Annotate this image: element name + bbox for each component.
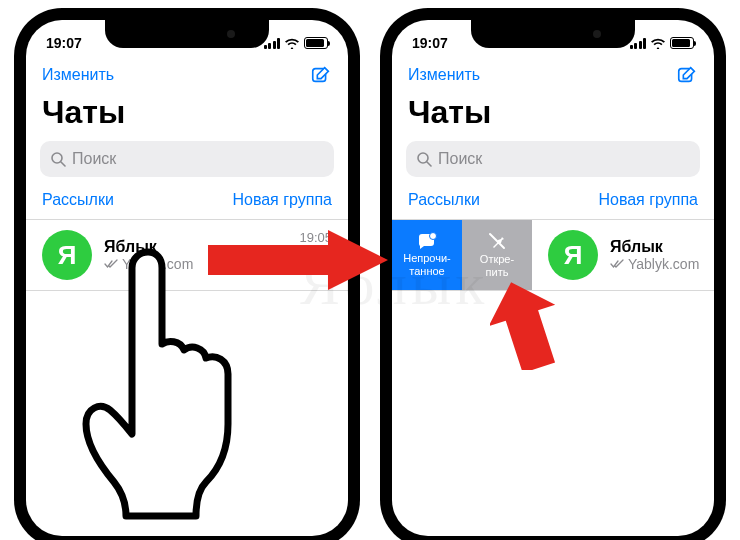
- chat-text: Яблык Yablyk.com: [610, 238, 714, 272]
- page-title: Чаты: [26, 88, 348, 141]
- svg-line-7: [490, 234, 504, 248]
- search-icon: [50, 151, 66, 167]
- notch: [105, 20, 269, 48]
- broadcasts-link[interactable]: Рассылки: [408, 191, 480, 209]
- chat-unread-icon: [416, 232, 438, 250]
- nav-bar: Изменить: [392, 60, 714, 88]
- search-placeholder: Поиск: [72, 150, 116, 168]
- screen-left: 19:07 Изменить Чаты Поиск Рассылки Новая…: [26, 20, 348, 536]
- battery-icon: [670, 37, 694, 49]
- swipe-actions: Непрочи-танное Откре-пить: [392, 220, 532, 290]
- edit-button[interactable]: Изменить: [42, 66, 114, 84]
- search-input[interactable]: Поиск: [406, 141, 700, 177]
- phone-frame-left: 19:07 Изменить Чаты Поиск Рассылки Новая…: [14, 8, 360, 540]
- status-time: 19:07: [412, 35, 448, 51]
- wifi-icon: [650, 37, 666, 49]
- screen-right: 19:07 Изменить Чаты Поиск Рассылки Новая…: [392, 20, 714, 536]
- avatar: Я: [548, 230, 598, 280]
- compose-icon[interactable]: [310, 64, 332, 86]
- avatar: Я: [42, 230, 92, 280]
- unpin-button[interactable]: Откре-пить: [462, 220, 532, 290]
- chat-preview: Yablyk.com: [104, 256, 348, 272]
- chat-preview: Yablyk.com: [610, 256, 714, 272]
- notch: [471, 20, 635, 48]
- svg-line-2: [61, 162, 65, 166]
- broadcasts-link[interactable]: Рассылки: [42, 191, 114, 209]
- links-row: Рассылки Новая группа: [392, 177, 714, 219]
- checkmarks-icon: [610, 259, 624, 269]
- new-group-link[interactable]: Новая группа: [598, 191, 698, 209]
- new-group-link[interactable]: Новая группа: [232, 191, 332, 209]
- chat-time: 19:05: [299, 230, 332, 245]
- nav-bar: Изменить: [26, 60, 348, 88]
- phone-frame-right: 19:07 Изменить Чаты Поиск Рассылки Новая…: [380, 8, 726, 540]
- chat-name: Яблык: [610, 238, 714, 256]
- page-title: Чаты: [392, 88, 714, 141]
- svg-line-5: [427, 162, 431, 166]
- search-icon: [416, 151, 432, 167]
- mark-unread-button[interactable]: Непрочи-танное: [392, 220, 462, 290]
- pin-icon: [316, 262, 330, 276]
- compose-icon[interactable]: [676, 64, 698, 86]
- status-right: [630, 37, 695, 49]
- wifi-icon: [284, 37, 300, 49]
- chat-row[interactable]: Я Яблык Yablyk.com 19:05: [26, 219, 348, 291]
- checkmarks-icon: [104, 259, 118, 269]
- unpin-icon: [487, 231, 507, 251]
- edit-button[interactable]: Изменить: [408, 66, 480, 84]
- chat-row-swiped[interactable]: Непрочи-танное Откре-пить Я Яблык Yablyk…: [392, 219, 714, 291]
- status-time: 19:07: [46, 35, 82, 51]
- links-row: Рассылки Новая группа: [26, 177, 348, 219]
- search-input[interactable]: Поиск: [40, 141, 334, 177]
- battery-icon: [304, 37, 328, 49]
- status-right: [264, 37, 329, 49]
- search-placeholder: Поиск: [438, 150, 482, 168]
- svg-point-6: [430, 233, 437, 240]
